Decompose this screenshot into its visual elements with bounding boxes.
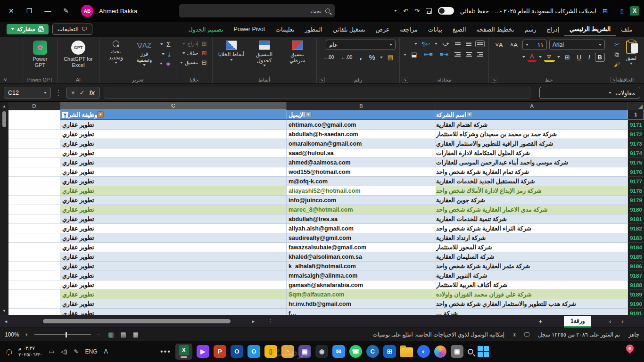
sheet-nav-next-icon[interactable]: › (621, 318, 623, 325)
search-icon[interactable] (468, 349, 473, 354)
filter-dropdown-icon[interactable] (305, 111, 312, 118)
cell-email[interactable]: saudirealty@gmil.com (287, 233, 436, 243)
cell-company-name[interactable]: شركة الثراء العقارية شركة شخص واحد (436, 224, 628, 233)
cell-email[interactable]: aliyah.alsh@gmail.com (287, 224, 436, 233)
clipchamp-icon[interactable]: ▶ (197, 345, 209, 358)
cell-email[interactable]: abdullah@h-saedan.com (287, 130, 436, 139)
share-button[interactable]: 🖆 مشاركة (7, 24, 49, 34)
clear-button[interactable]: ◈ (160, 59, 172, 67)
page-layout-view-icon[interactable]: ▤ (117, 331, 129, 338)
cell-email[interactable]: wod155@hotmail.com (287, 167, 436, 177)
table-row[interactable]: تطوير عقاريsaad@huloul.saشركة الحلول الم… (8, 148, 644, 158)
formula-input[interactable] (104, 87, 530, 99)
ribbon-options-icon[interactable] (394, 10, 397, 12)
cell-empty-d[interactable] (8, 120, 60, 130)
cell-email[interactable]: khaled@alsoliman.com.sa (287, 252, 436, 262)
align-center-button[interactable] (464, 51, 473, 58)
conditional-formatting-button[interactable]: تنسيق شرطي (282, 40, 313, 64)
find-select-button[interactable]: بحث وتحديد (103, 40, 129, 65)
enter-icon[interactable]: ✓ (80, 89, 85, 96)
cell-empty-d[interactable] (8, 139, 60, 148)
cell-email[interactable]: info@juinco.com (287, 196, 436, 205)
hscroll-right-icon[interactable]: ► (248, 319, 259, 324)
display-tray-icon[interactable]: ▭ (49, 348, 54, 355)
scroll-up-icon[interactable]: ▲ (2, 102, 6, 110)
tray-expand-icon[interactable]: ᐱ (104, 348, 108, 355)
table-row[interactable]: تطوير عقاريkhaled@alsoliman.com.saشركة ا… (8, 252, 644, 262)
redo-button[interactable]: ↷ (414, 8, 420, 15)
outlook-classic-icon[interactable]: O (231, 345, 243, 358)
cell-empty-d[interactable] (8, 271, 60, 280)
table-row[interactable]: تطوير عقاريaliyah.alsh@gmail.comشركة الث… (8, 224, 644, 233)
cell-email[interactable]: ehtimam.co@gmail.com (287, 120, 436, 130)
name-box[interactable]: C12 (4, 87, 51, 99)
powergpt-button[interactable]: ✿ Power GPT (27, 40, 53, 69)
table-row[interactable]: تطوير عقاريm@ofq-k.comشركة المستقبل الجد… (8, 177, 644, 186)
paste-button[interactable]: لصق (624, 40, 638, 66)
copilot-icon[interactable] (434, 346, 446, 358)
cell-empty-d[interactable] (8, 262, 60, 271)
cell-job[interactable]: تطوير عقاري (60, 233, 287, 243)
row-number[interactable]: 9175 (628, 158, 644, 167)
pin-icon[interactable] (625, 343, 636, 354)
ribbon-tab-11[interactable]: تعليمات (270, 23, 299, 36)
zoom-slider[interactable] (34, 334, 91, 335)
cell-company-name[interactable]: شركة التنوير العقارية (436, 271, 628, 280)
cell-empty-d[interactable] (8, 233, 60, 243)
ribbon-tab-1[interactable]: الشريط الرئيسي (564, 23, 616, 36)
delete-cells-button[interactable]: ⊠حذف (180, 49, 208, 57)
cell-company-name[interactable]: شركة علي فوزان محمد الفوزان واولاده (436, 290, 628, 299)
borders-button[interactable]: ⊞ (562, 53, 572, 61)
cell-company-name[interactable]: شركة أكناف العربية للاستثمار (436, 280, 628, 290)
italic-button[interactable]: I (586, 53, 593, 61)
cell-job[interactable]: تطوير عقاري (60, 120, 287, 130)
column-header-d[interactable]: D (8, 102, 60, 110)
cell-job[interactable]: تطوير عقاري (60, 130, 287, 139)
zoom-level[interactable]: 100% (5, 331, 19, 338)
cell-email[interactable]: aliayashi52@hotmail.com (287, 186, 436, 196)
accessibility-icon[interactable]: 🯅 (513, 331, 516, 338)
cell-job[interactable]: تطوير عقاري (60, 177, 287, 186)
vertical-scroll-thumb[interactable] (2, 111, 6, 127)
row-number[interactable]: 9183 (628, 233, 644, 243)
number-format-select[interactable]: عام (326, 40, 396, 50)
ribbon-tab-5[interactable]: الصيغ (447, 23, 471, 36)
cell-email[interactable]: gamash@aknafarabia.com (287, 280, 436, 290)
cell-job[interactable]: تطوير عقاري (60, 148, 287, 158)
ribbon-tab-4[interactable]: تخطيط الصفحة (471, 23, 519, 36)
clipboard-dialog-launcher[interactable]: ↘ (611, 77, 617, 82)
row-number[interactable]: 9172 (628, 130, 644, 139)
cell-empty-d[interactable] (8, 290, 60, 299)
table-row[interactable]: تطوير عقاريabdullah@tres.saشركة تنمية لل… (8, 214, 644, 224)
range-dropdown[interactable]: مقاولات (539, 87, 640, 99)
filter-dropdown-icon[interactable] (97, 111, 104, 118)
font-size-select[interactable]: ١١ (522, 40, 547, 50)
cell-email[interactable]: mmalsaigh@alinma.com (287, 271, 436, 280)
cell-empty-d[interactable] (8, 148, 60, 158)
document-title[interactable]: ايميلات الشركات السعودية للعام ٢٠٢٥ -... (495, 8, 596, 15)
excel-taskbar-icon[interactable]: X (175, 344, 192, 360)
hscroll-left-icon[interactable]: ◄ (0, 319, 12, 324)
whatsapp-icon[interactable]: ☎ (349, 345, 362, 358)
autosum-button[interactable]: Σ (160, 40, 172, 49)
table-row[interactable]: تطوير عقاريabdullah@h-saedan.comشركة حمد… (8, 130, 644, 139)
cell-company-name[interactable]: شركة المستقبل الجديد للخدمات العقارية (436, 177, 628, 186)
speaker-icon[interactable]: ◁) (61, 348, 67, 355)
view-switcher-icon[interactable]: ⊞ (603, 8, 608, 15)
row-number[interactable]: 9187 (628, 271, 644, 280)
table-row[interactable]: تطوير عقاريomaralkoman@gmail.comشركة الق… (8, 139, 644, 148)
phone-link-icon[interactable]: ▯ (264, 345, 277, 358)
row-number[interactable]: 9185 (628, 252, 644, 262)
fill-button[interactable]: ⤓ (160, 50, 172, 58)
cell-company-name[interactable]: شركة … (436, 309, 628, 315)
increase-indent-button[interactable]: ≡⇤ (421, 50, 435, 58)
fill-color-button[interactable]: 🜄 (544, 52, 555, 62)
cell-job[interactable]: تطوير عقاري (60, 252, 287, 262)
table-row[interactable]: تطوير عقاريwod155@hotmail.comشركة تمام ا… (8, 167, 644, 177)
cell-empty-d[interactable] (8, 224, 60, 233)
ribbon-tab-9[interactable]: تشغيل تلقائي (328, 23, 371, 36)
grow-font-button[interactable]: A˄ (508, 41, 520, 49)
cell-company-name[interactable]: شركة هدب للتطوير والاستثمار العقاري شركة… (436, 299, 628, 309)
sheet-tab[interactable]: ورقة1 (564, 316, 591, 328)
format-cells-button[interactable]: ⊟تنسيق (180, 58, 208, 66)
